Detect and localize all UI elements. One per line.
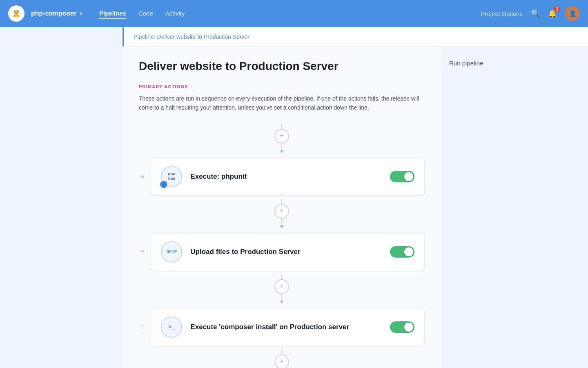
page-title: Deliver website to Production Server	[139, 60, 425, 73]
action-row-3: ≡ >_ Execute 'composer install' on Produ…	[139, 308, 425, 346]
drag-handle-1[interactable]: ≡	[139, 171, 146, 182]
svg-point-2	[14, 11, 16, 12]
action-icon-wrapper-2: SFTP	[161, 241, 182, 263]
action-name-1: Execute: phpunit	[190, 173, 382, 181]
connector-line-top	[281, 350, 282, 355]
section-label: PRIMARY ACTIONS	[139, 84, 425, 89]
toggle-switch-2[interactable]: On	[390, 246, 414, 258]
connector-line-top	[281, 124, 282, 129]
left-sidebar	[0, 27, 122, 368]
add-action-connector-top: + ▼	[139, 124, 425, 154]
section-desc: These actions are run in sequence on eve…	[139, 94, 425, 112]
connector-line-bottom	[281, 294, 282, 299]
run-pipeline-button[interactable]: Run pipeline	[449, 60, 483, 67]
toggle-switch-1[interactable]: On	[390, 171, 414, 182]
search-button[interactable]: 🔍	[531, 9, 540, 18]
add-action-connector-mid2: + ▼	[139, 274, 425, 305]
nav-link-activity[interactable]: Activity	[165, 8, 185, 19]
action-name-3: Execute 'composer install' on Production…	[190, 323, 382, 331]
action-row-1: ≡ PHPUnit 👤 Execute: phpunit	[139, 157, 425, 196]
toggle-knob-3	[404, 323, 413, 332]
nav-link-pipelines[interactable]: Pipelines	[99, 8, 126, 19]
chevron-down-icon: ▼	[279, 299, 285, 305]
cmd-icon: >_	[161, 316, 182, 338]
add-action-connector-bottom: +	[139, 350, 425, 368]
action-card-2[interactable]: SFTP Upload files to Production Server O…	[151, 233, 425, 271]
action-card-3[interactable]: >_ Execute 'composer install' on Product…	[151, 308, 425, 346]
svg-point-7	[18, 15, 18, 16]
right-sidebar: Run pipeline	[441, 47, 514, 368]
notification-badge: 3	[554, 7, 560, 12]
project-chevron-icon: ▼	[79, 11, 83, 16]
action-row-2: ≡ SFTP Upload files to Production Server…	[139, 233, 425, 271]
project-options-link[interactable]: Project Options	[481, 10, 523, 17]
add-action-button-top[interactable]: +	[274, 129, 289, 144]
main-content: Deliver website to Production Server PRI…	[122, 47, 441, 368]
chevron-down-icon: ▼	[279, 224, 285, 229]
toggle-switch-3[interactable]: On	[390, 321, 414, 333]
top-nav: php-composer ▼ Pipelines Code Activity P…	[0, 0, 588, 27]
connector-line-top	[281, 274, 282, 279]
drag-handle-2[interactable]: ≡	[139, 247, 146, 257]
breadcrumb-text: Pipeline: Deliver website to Production …	[134, 34, 249, 40]
nav-link-code[interactable]: Code	[138, 8, 153, 19]
toggle-knob-2	[404, 247, 413, 256]
breadcrumb: Pipeline: Deliver website to Production …	[122, 27, 588, 47]
sftp-icon: SFTP	[161, 241, 182, 263]
chevron-down-icon: ▼	[279, 148, 285, 154]
connector-line-bottom	[281, 144, 282, 148]
action-icon-wrapper-1: PHPUnit 👤	[161, 166, 182, 187]
connector-line-top	[281, 199, 282, 204]
project-name: php-composer	[31, 10, 76, 17]
drag-handle-3[interactable]: ≡	[139, 322, 146, 332]
action-sub-icon-1: 👤	[159, 180, 168, 189]
action-name-2: Upload files to Production Server	[190, 248, 382, 256]
notifications-button[interactable]: 🔔 3	[548, 9, 557, 18]
page-wrapper: Pipeline: Deliver website to Production …	[0, 27, 588, 368]
app-logo[interactable]	[8, 5, 24, 22]
svg-point-6	[14, 15, 15, 16]
add-action-button-bottom[interactable]: +	[274, 355, 289, 368]
content-area: Pipeline: Deliver website to Production …	[122, 27, 588, 368]
svg-point-3	[18, 11, 19, 12]
nav-links: Pipelines Code Activity	[99, 8, 481, 19]
action-icon-wrapper-3: >_	[161, 316, 182, 338]
add-action-button-mid1[interactable]: +	[274, 204, 289, 219]
action-card-1[interactable]: PHPUnit 👤 Execute: phpunit On	[151, 157, 425, 196]
connector-line-bottom	[281, 219, 282, 224]
content-row: Deliver website to Production Server PRI…	[122, 47, 588, 368]
toggle-knob-1	[404, 172, 413, 181]
svg-point-4	[15, 13, 18, 15]
user-avatar[interactable]: 👤	[565, 6, 580, 21]
nav-right: Project Options 🔍 🔔 3 👤	[481, 6, 580, 21]
add-action-connector-mid1: + ▼	[139, 199, 425, 229]
add-action-button-mid2[interactable]: +	[274, 279, 289, 294]
search-icon: 🔍	[531, 9, 540, 18]
project-selector[interactable]: php-composer ▼	[31, 10, 83, 17]
